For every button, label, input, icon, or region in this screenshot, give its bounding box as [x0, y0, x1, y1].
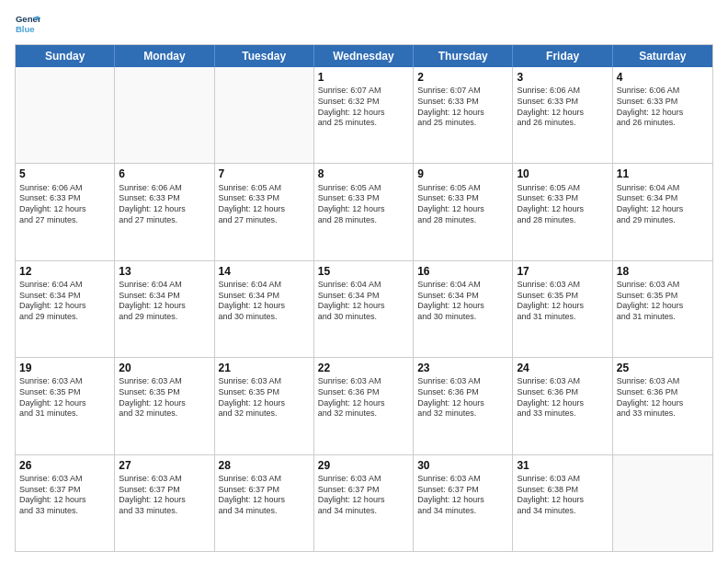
day-cell-7: 7Sunrise: 6:05 AM Sunset: 6:33 PM Daylig…: [215, 164, 314, 259]
day-number: 4: [617, 70, 709, 85]
day-number: 6: [119, 167, 210, 181]
day-info: Sunrise: 6:03 AM Sunset: 6:35 PM Dayligh…: [219, 376, 310, 419]
day-info: Sunrise: 6:03 AM Sunset: 6:35 PM Dayligh…: [19, 376, 110, 419]
day-info: Sunrise: 6:06 AM Sunset: 6:33 PM Dayligh…: [119, 183, 210, 226]
day-cell-empty: [613, 455, 712, 551]
day-info: Sunrise: 6:03 AM Sunset: 6:35 PM Dayligh…: [617, 280, 709, 323]
day-cell-23: 23Sunrise: 6:03 AM Sunset: 6:36 PM Dayli…: [414, 358, 513, 454]
day-number: 7: [219, 167, 310, 181]
day-cell-8: 8Sunrise: 6:05 AM Sunset: 6:33 PM Daylig…: [314, 164, 414, 259]
day-info: Sunrise: 6:04 AM Sunset: 6:34 PM Dayligh…: [318, 280, 409, 323]
day-cell-4: 4Sunrise: 6:06 AM Sunset: 6:33 PM Daylig…: [613, 67, 712, 163]
day-info: Sunrise: 6:05 AM Sunset: 6:33 PM Dayligh…: [417, 183, 508, 226]
day-info: Sunrise: 6:03 AM Sunset: 6:36 PM Dayligh…: [318, 376, 409, 419]
logo: General Blue: [15, 11, 40, 37]
day-cell-empty: [215, 67, 314, 163]
day-number: 1: [318, 70, 409, 85]
day-number: 15: [318, 264, 409, 279]
day-number: 26: [19, 458, 110, 473]
day-number: 30: [417, 458, 508, 473]
day-number: 8: [318, 167, 409, 181]
week-row-3: 12Sunrise: 6:04 AM Sunset: 6:34 PM Dayli…: [16, 261, 712, 358]
day-info: Sunrise: 6:05 AM Sunset: 6:33 PM Dayligh…: [318, 183, 409, 226]
day-cell-1: 1Sunrise: 6:07 AM Sunset: 6:32 PM Daylig…: [314, 67, 414, 163]
day-info: Sunrise: 6:04 AM Sunset: 6:34 PM Dayligh…: [417, 280, 508, 323]
week-row-5: 26Sunrise: 6:03 AM Sunset: 6:37 PM Dayli…: [16, 455, 712, 551]
day-info: Sunrise: 6:06 AM Sunset: 6:33 PM Dayligh…: [617, 86, 709, 129]
day-cell-22: 22Sunrise: 6:03 AM Sunset: 6:36 PM Dayli…: [314, 358, 414, 454]
day-number: 5: [19, 167, 110, 181]
day-cell-10: 10Sunrise: 6:05 AM Sunset: 6:33 PM Dayli…: [513, 164, 612, 259]
day-number: 21: [219, 361, 310, 375]
day-number: 24: [517, 361, 608, 375]
day-cell-12: 12Sunrise: 6:04 AM Sunset: 6:34 PM Dayli…: [16, 261, 115, 357]
header: General Blue: [15, 11, 713, 37]
day-cell-6: 6Sunrise: 6:06 AM Sunset: 6:33 PM Daylig…: [115, 164, 214, 259]
day-cell-28: 28Sunrise: 6:03 AM Sunset: 6:37 PM Dayli…: [215, 455, 314, 551]
day-info: Sunrise: 6:03 AM Sunset: 6:35 PM Dayligh…: [517, 280, 608, 323]
day-cell-empty: [16, 67, 115, 163]
day-cell-empty: [115, 67, 214, 163]
header-cell-monday: Monday: [115, 45, 214, 67]
svg-text:Blue: Blue: [16, 24, 35, 34]
day-cell-2: 2Sunrise: 6:07 AM Sunset: 6:33 PM Daylig…: [414, 67, 513, 163]
day-cell-5: 5Sunrise: 6:06 AM Sunset: 6:33 PM Daylig…: [16, 164, 115, 259]
day-cell-13: 13Sunrise: 6:04 AM Sunset: 6:34 PM Dayli…: [115, 261, 214, 357]
day-info: Sunrise: 6:04 AM Sunset: 6:34 PM Dayligh…: [19, 280, 110, 323]
day-cell-27: 27Sunrise: 6:03 AM Sunset: 6:37 PM Dayli…: [115, 455, 214, 551]
logo-icon: General Blue: [15, 11, 40, 37]
day-number: 3: [517, 70, 608, 85]
day-info: Sunrise: 6:03 AM Sunset: 6:36 PM Dayligh…: [417, 376, 508, 419]
day-number: 27: [119, 458, 210, 473]
day-info: Sunrise: 6:03 AM Sunset: 6:37 PM Dayligh…: [219, 474, 310, 517]
day-info: Sunrise: 6:05 AM Sunset: 6:33 PM Dayligh…: [219, 183, 310, 226]
day-info: Sunrise: 6:07 AM Sunset: 6:33 PM Dayligh…: [417, 86, 508, 129]
day-cell-31: 31Sunrise: 6:03 AM Sunset: 6:38 PM Dayli…: [513, 455, 612, 551]
day-number: 13: [119, 264, 210, 279]
day-info: Sunrise: 6:03 AM Sunset: 6:35 PM Dayligh…: [119, 376, 210, 419]
day-cell-17: 17Sunrise: 6:03 AM Sunset: 6:35 PM Dayli…: [513, 261, 612, 357]
day-cell-16: 16Sunrise: 6:04 AM Sunset: 6:34 PM Dayli…: [414, 261, 513, 357]
week-row-1: 1Sunrise: 6:07 AM Sunset: 6:32 PM Daylig…: [16, 67, 712, 164]
day-info: Sunrise: 6:05 AM Sunset: 6:33 PM Dayligh…: [517, 183, 608, 226]
day-cell-20: 20Sunrise: 6:03 AM Sunset: 6:35 PM Dayli…: [115, 358, 214, 454]
day-number: 14: [219, 264, 310, 279]
day-cell-9: 9Sunrise: 6:05 AM Sunset: 6:33 PM Daylig…: [414, 164, 513, 259]
header-cell-sunday: Sunday: [16, 45, 115, 67]
calendar: SundayMondayTuesdayWednesdayThursdayFrid…: [15, 44, 713, 552]
day-number: 23: [417, 361, 508, 375]
day-number: 10: [517, 167, 608, 181]
page: General Blue SundayMondayTuesdayWednesda…: [0, 0, 728, 563]
day-info: Sunrise: 6:04 AM Sunset: 6:34 PM Dayligh…: [617, 183, 709, 226]
day-info: Sunrise: 6:03 AM Sunset: 6:36 PM Dayligh…: [617, 376, 709, 419]
day-cell-30: 30Sunrise: 6:03 AM Sunset: 6:37 PM Dayli…: [414, 455, 513, 551]
day-number: 12: [19, 264, 110, 279]
day-number: 29: [318, 458, 409, 473]
calendar-body: 1Sunrise: 6:07 AM Sunset: 6:32 PM Daylig…: [16, 67, 712, 551]
day-number: 20: [119, 361, 210, 375]
day-cell-26: 26Sunrise: 6:03 AM Sunset: 6:37 PM Dayli…: [16, 455, 115, 551]
day-number: 31: [517, 458, 608, 473]
day-cell-18: 18Sunrise: 6:03 AM Sunset: 6:35 PM Dayli…: [613, 261, 712, 357]
day-info: Sunrise: 6:06 AM Sunset: 6:33 PM Dayligh…: [19, 183, 110, 226]
day-cell-25: 25Sunrise: 6:03 AM Sunset: 6:36 PM Dayli…: [613, 358, 712, 454]
day-info: Sunrise: 6:03 AM Sunset: 6:37 PM Dayligh…: [318, 474, 409, 517]
header-cell-saturday: Saturday: [613, 45, 712, 67]
day-info: Sunrise: 6:04 AM Sunset: 6:34 PM Dayligh…: [119, 280, 210, 323]
calendar-header: SundayMondayTuesdayWednesdayThursdayFrid…: [16, 45, 712, 67]
day-number: 18: [617, 264, 709, 279]
day-number: 9: [417, 167, 508, 181]
day-number: 28: [219, 458, 310, 473]
week-row-4: 19Sunrise: 6:03 AM Sunset: 6:35 PM Dayli…: [16, 358, 712, 454]
day-cell-14: 14Sunrise: 6:04 AM Sunset: 6:34 PM Dayli…: [215, 261, 314, 357]
header-cell-tuesday: Tuesday: [215, 45, 314, 67]
day-info: Sunrise: 6:03 AM Sunset: 6:37 PM Dayligh…: [119, 474, 210, 517]
day-cell-29: 29Sunrise: 6:03 AM Sunset: 6:37 PM Dayli…: [314, 455, 414, 551]
day-number: 2: [417, 70, 508, 85]
week-row-2: 5Sunrise: 6:06 AM Sunset: 6:33 PM Daylig…: [16, 164, 712, 260]
day-number: 22: [318, 361, 409, 375]
day-number: 25: [617, 361, 709, 375]
day-info: Sunrise: 6:03 AM Sunset: 6:38 PM Dayligh…: [517, 474, 608, 517]
header-cell-wednesday: Wednesday: [314, 45, 414, 67]
day-cell-15: 15Sunrise: 6:04 AM Sunset: 6:34 PM Dayli…: [314, 261, 414, 357]
